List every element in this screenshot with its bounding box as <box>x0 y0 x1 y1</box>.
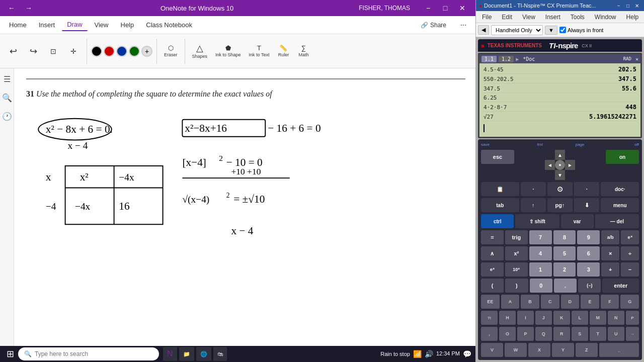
notification-icon[interactable]: 💬 <box>463 350 471 358</box>
caps-down-key[interactable]: ⬇ <box>574 198 599 212</box>
dark-blue-pen[interactable] <box>116 46 127 57</box>
ex-key[interactable]: eˣ <box>481 262 504 277</box>
n-key[interactable]: N <box>608 311 624 325</box>
volume-icon[interactable]: 🔊 <box>425 350 433 358</box>
exp-key[interactable]: eˣ <box>621 230 639 244</box>
menu-insert[interactable]: Insert <box>34 19 60 31</box>
o-key[interactable]: O <box>499 327 516 341</box>
pp-key[interactable]: P <box>626 311 639 325</box>
ruler-button[interactable]: 📏 Ruler <box>274 37 292 65</box>
doc-key[interactable]: doc· <box>601 182 639 196</box>
caret-key[interactable]: ∧ <box>481 246 504 260</box>
black-pen[interactable] <box>91 46 102 57</box>
green-pen[interactable] <box>129 46 140 57</box>
recent-icon[interactable]: 🕐 <box>0 110 14 123</box>
more-button[interactable]: ⋯ <box>455 20 471 31</box>
eight-key[interactable]: 8 <box>553 230 576 244</box>
t-key[interactable]: T <box>590 327 606 341</box>
ti-maximize[interactable]: □ <box>624 2 632 10</box>
tab-key[interactable]: tab <box>481 198 519 212</box>
network-icon[interactable]: 📶 <box>413 350 422 358</box>
nine-key[interactable]: 9 <box>577 230 600 244</box>
j-key[interactable]: J <box>535 311 552 325</box>
always-in-front-checkbox[interactable]: Always in front <box>559 27 604 33</box>
ti-minimize[interactable]: − <box>615 2 623 10</box>
search-sidebar-icon[interactable]: 🔍 <box>0 91 14 105</box>
ti-menu-window[interactable]: Window <box>591 13 620 22</box>
dpad-center[interactable]: ● <box>555 160 565 170</box>
c-key[interactable]: C <box>541 295 559 309</box>
y-key[interactable]: Y <box>552 343 574 357</box>
negate-key[interactable]: (−) <box>578 279 601 293</box>
handheld-dropdown[interactable]: ▼ <box>545 26 557 35</box>
lparen-key[interactable]: ( <box>481 279 504 293</box>
dpad-right[interactable]: ► <box>565 160 575 170</box>
q-key[interactable]: Q <box>535 327 552 341</box>
e-key[interactable]: E <box>581 295 599 309</box>
k-key[interactable]: K <box>553 311 570 325</box>
ti-menu-insert[interactable]: Insert <box>541 13 565 22</box>
mult-key[interactable]: × <box>601 246 619 260</box>
redo-button[interactable]: ↪ <box>24 37 42 65</box>
page-up-key[interactable]: pg↑ <box>547 198 573 212</box>
ink-to-text-button[interactable]: T Ink to Text <box>246 37 273 65</box>
ink-to-shape-button[interactable]: ⬟ Ink to Shape <box>212 37 244 65</box>
a-key[interactable]: A <box>501 295 520 309</box>
menu-home[interactable]: Home <box>4 19 32 31</box>
screen-tab-2[interactable]: 1.2 <box>499 56 514 62</box>
ti-nav-back[interactable]: ◀ <box>478 25 489 35</box>
zero-key[interactable]: 0 <box>530 279 552 293</box>
arrow-up-key[interactable]: ↑ <box>521 198 546 212</box>
share-button[interactable]: 🔗 Share <box>416 20 451 31</box>
space-key[interactable]: _ <box>599 343 639 357</box>
equals-key[interactable]: = <box>481 230 504 244</box>
six-key[interactable]: 6 <box>577 246 600 260</box>
p-key[interactable]: P <box>517 327 534 341</box>
ti-menu-file[interactable]: File <box>478 13 496 22</box>
seven-key[interactable]: 7 <box>529 230 552 244</box>
plus-key[interactable]: + <box>601 262 619 277</box>
undo-button[interactable]: ↩ <box>4 37 22 65</box>
frac-key[interactable]: a/b <box>601 230 619 244</box>
del-key[interactable]: — del <box>595 214 639 228</box>
dpad-up[interactable]: ▲ <box>555 150 565 160</box>
var-key[interactable]: var <box>561 214 594 228</box>
rightarrow-key[interactable]: → <box>626 327 639 341</box>
punctkey[interactable]: ?! <box>481 311 498 325</box>
taskbar-search-bar[interactable]: 🔍 <box>18 347 159 360</box>
decimal-key[interactable]: . <box>554 279 577 293</box>
menu-key[interactable]: menu <box>601 198 639 212</box>
lasso-button[interactable]: ⊡ <box>44 37 62 65</box>
select-button[interactable]: ✛ <box>64 37 83 65</box>
ee-key[interactable]: EE <box>481 295 500 309</box>
shapes-button[interactable]: △ Shapes <box>189 37 211 65</box>
four-key[interactable]: 4 <box>529 246 552 260</box>
minimize-button[interactable]: − <box>420 3 436 14</box>
div-key[interactable]: ÷ <box>621 246 639 260</box>
red-pen[interactable] <box>104 46 115 57</box>
enter-key[interactable]: enter <box>602 279 638 293</box>
taskbar-search-input[interactable] <box>35 350 135 357</box>
close-button[interactable]: ✕ <box>454 3 470 14</box>
taskbar-browser[interactable]: 🌐 <box>196 347 211 361</box>
click-center-key[interactable]: ⊙ <box>547 182 573 196</box>
comma-key[interactable]: , <box>481 327 498 341</box>
dpad-down[interactable]: ▼ <box>555 170 565 180</box>
ten-x-key[interactable]: 10ˣ <box>505 262 528 277</box>
three-key[interactable]: 3 <box>577 262 600 277</box>
ti-menu-help[interactable]: Help <box>622 13 643 22</box>
taskbar-onenote[interactable]: N <box>163 347 177 361</box>
forward-button[interactable]: → <box>22 3 35 13</box>
ti-menu-edit[interactable]: Edit <box>498 13 516 22</box>
ti-menu-view[interactable]: View <box>518 13 539 22</box>
taskbar-store[interactable]: 🛍 <box>213 347 227 361</box>
h-key[interactable]: H <box>499 311 516 325</box>
dpad-left[interactable]: ◄ <box>545 160 555 170</box>
back-button[interactable]: ← <box>5 3 18 13</box>
on-key[interactable]: on <box>606 150 639 164</box>
z-key[interactable]: Z <box>576 343 598 357</box>
maximize-button[interactable]: □ <box>437 3 453 14</box>
click-left-key[interactable]: · <box>521 182 546 196</box>
esc-key[interactable]: esc <box>481 150 514 164</box>
click-right-key[interactable]: · <box>574 182 599 196</box>
